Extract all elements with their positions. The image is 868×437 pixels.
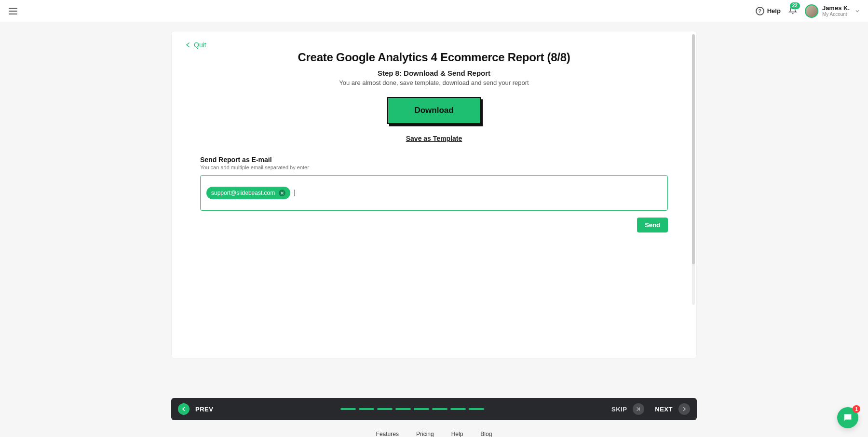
progress-segment (340, 408, 356, 410)
download-button[interactable]: Download (387, 97, 480, 124)
footer-links: FeaturesPricingHelpBlog (376, 431, 492, 437)
user-name: James K. (822, 5, 850, 12)
step-description: You are almost done, save template, down… (172, 79, 696, 86)
skip-button[interactable]: SKIP (611, 406, 627, 413)
chat-widget[interactable]: 1 (837, 407, 858, 428)
progress-segment (377, 408, 393, 410)
notifications-button[interactable]: 22 (788, 5, 797, 17)
user-subtitle: My Account (822, 12, 850, 17)
next-icon[interactable] (678, 403, 690, 415)
footer-link[interactable]: Pricing (416, 431, 434, 437)
top-bar: ? Help 22 James K. My Account (0, 0, 868, 22)
footer-link[interactable]: Features (376, 431, 399, 437)
quit-link[interactable]: Quit (185, 41, 206, 49)
chat-badge: 1 (853, 405, 860, 413)
help-link[interactable]: ? Help (756, 7, 781, 15)
progress-segment (432, 408, 448, 410)
email-section-help: You can add multiple email separated by … (200, 164, 668, 170)
wizard-nav: PREV SKIP NEXT (171, 398, 697, 420)
progress-segment (469, 408, 484, 410)
avatar (805, 4, 818, 18)
chevron-down-icon (855, 9, 859, 13)
wizard-card: Quit Create Google Analytics 4 Ecommerce… (171, 31, 697, 358)
page-title: Create Google Analytics 4 Ecommerce Repo… (172, 51, 696, 64)
progress-segment (414, 408, 429, 410)
save-template-link[interactable]: Save as Template (172, 135, 696, 142)
notification-count: 22 (790, 2, 800, 9)
skip-icon[interactable] (633, 403, 644, 415)
progress-segment (395, 408, 411, 410)
chat-icon (842, 412, 853, 423)
email-chip-text: support@slidebeast.com (211, 190, 275, 196)
arrow-left-icon (185, 42, 191, 48)
progress-segment (359, 408, 374, 410)
email-chip: support@slidebeast.com✕ (206, 187, 290, 199)
help-icon: ? (756, 7, 764, 15)
scrollbar[interactable] (692, 34, 695, 305)
footer-link[interactable]: Help (451, 431, 463, 437)
prev-button[interactable]: PREV (195, 406, 213, 413)
remove-chip-icon[interactable]: ✕ (279, 190, 285, 196)
menu-icon[interactable] (9, 8, 17, 14)
step-title: Step 8: Download & Send Report (172, 69, 696, 77)
help-label: Help (767, 7, 781, 14)
progress-bar (340, 408, 484, 410)
progress-segment (450, 408, 466, 410)
user-menu[interactable]: James K. My Account (805, 4, 859, 18)
send-button[interactable]: Send (637, 218, 668, 232)
email-section-label: Send Report as E-mail (200, 156, 668, 164)
email-input[interactable]: support@slidebeast.com✕ (200, 175, 668, 211)
next-button[interactable]: NEXT (655, 406, 673, 413)
quit-label: Quit (194, 41, 206, 49)
footer-link[interactable]: Blog (480, 431, 492, 437)
prev-icon[interactable] (178, 403, 190, 415)
